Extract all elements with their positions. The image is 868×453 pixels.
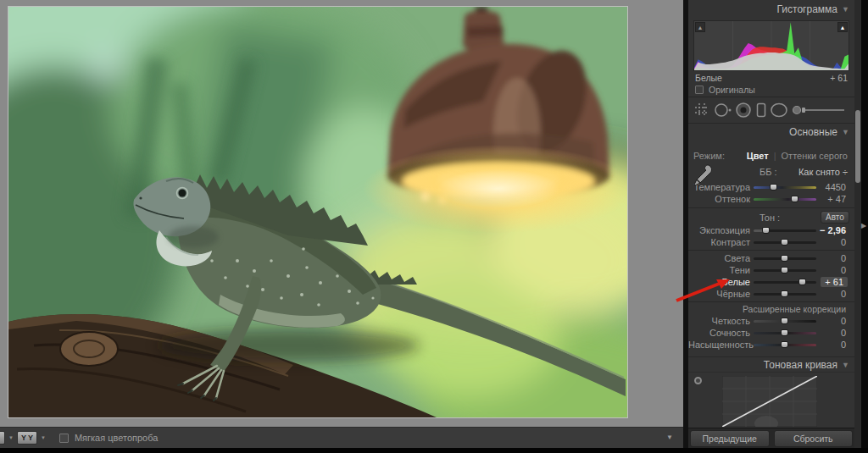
highlight-clipping-indicator[interactable]: ▲ — [837, 22, 848, 32]
wb-eyedropper-icon[interactable] — [692, 163, 714, 188]
wb-label: ББ : — [760, 167, 777, 177]
slider-row-saturation: Насыщенность 0 — [688, 339, 854, 351]
histogram-panel-header[interactable]: Гистограмма ▼ — [688, 0, 854, 19]
basic-panel-header[interactable]: Основные ▼ — [688, 124, 854, 141]
slider-row-contrast: Контраст 0 — [688, 236, 854, 248]
clarity-slider[interactable] — [754, 320, 816, 323]
originals-label: Оригиналы — [709, 85, 755, 95]
radial-filter-icon[interactable] — [770, 102, 788, 119]
slider-thumb[interactable] — [798, 279, 806, 285]
slider-row-whites: Белые + 61 — [688, 276, 854, 288]
wb-preset-dropdown[interactable]: Как снято ÷ — [798, 167, 848, 177]
slider-row-tint: Оттенок + 47 — [688, 193, 854, 205]
contrast-slider[interactable] — [754, 241, 816, 244]
slider-row-highlights: Света 0 — [688, 252, 854, 264]
vibrance-slider[interactable] — [754, 332, 816, 334]
tool-strip — [688, 97, 854, 124]
softproof-checkbox[interactable] — [59, 434, 69, 443]
slider-row-blacks: Чёрные 0 — [688, 288, 854, 300]
saturation-slider[interactable] — [754, 344, 816, 346]
presence-header: Расширенные коррекции — [688, 304, 854, 315]
crop-overlay-icon[interactable] — [693, 102, 710, 119]
panel-scrollbar[interactable] — [854, 0, 861, 448]
panel-collapse-arrow-icon[interactable]: ▶ — [861, 222, 866, 229]
highlights-slider[interactable] — [754, 257, 816, 260]
shadow-clipping-indicator[interactable]: ▲ — [695, 22, 705, 32]
white-balance-row: ББ : Как снято ÷ — [688, 164, 854, 181]
slider-thumb[interactable] — [770, 184, 777, 191]
chevron-down-icon[interactable]: ▼ — [41, 435, 46, 440]
treatment-row: Режим: Цвет | Оттенки серого — [688, 147, 854, 164]
auto-tone-button[interactable]: Авто — [821, 211, 849, 224]
slider-row-vibrance: Сочность 0 — [688, 327, 854, 339]
slider-thumb[interactable] — [781, 267, 788, 273]
lightroom-develop-window: ▼ YY ▼ Мягкая цветопроба ▼ Гистограмма ▼… — [0, 0, 868, 453]
treatment-color-option[interactable]: Цвет — [747, 151, 769, 161]
tone-curve-panel: ▴ — [688, 372, 854, 429]
histogram-adjust-value: + 61 — [830, 73, 848, 83]
slider-thumb[interactable] — [762, 227, 770, 234]
histogram-chart — [694, 21, 849, 70]
originals-checkbox[interactable] — [695, 86, 704, 94]
slider-thumb[interactable] — [781, 290, 788, 297]
photo-image — [8, 7, 627, 417]
spot-removal-icon[interactable] — [714, 102, 732, 119]
tone-row: Тон : Авто — [688, 212, 854, 224]
slider-row-shadows: Тени 0 — [688, 264, 854, 276]
panel-footer: Предыдущие Сбросить — [688, 428, 854, 448]
slider-thumb[interactable] — [781, 239, 788, 246]
histogram-channel-gray — [694, 52, 849, 70]
whites-slider[interactable] — [754, 281, 816, 284]
temperature-slider[interactable] — [754, 186, 816, 189]
chevron-down-icon[interactable]: ▼ — [8, 435, 14, 440]
tone-curve-graph[interactable] — [722, 376, 817, 427]
treatment-separator: | — [774, 151, 776, 161]
photo-iguana[interactable] — [8, 7, 627, 417]
loupe-view-button[interactable] — [0, 431, 5, 445]
photo-canvas-area: ▼ YY ▼ Мягкая цветопроба ▼ — [0, 0, 683, 448]
tone-label: Тон : — [760, 213, 780, 223]
graduated-filter-icon[interactable] — [755, 102, 767, 119]
slider-row-exposure: Экспозиция − 2,96 — [688, 224, 854, 236]
window-bottom-edge — [0, 448, 868, 453]
slider-thumb[interactable] — [781, 255, 788, 262]
group-divider — [688, 248, 854, 252]
shadows-slider[interactable] — [754, 269, 816, 272]
histogram-adjust-label: Белые — [695, 73, 722, 83]
previous-button[interactable]: Предыдущие — [690, 430, 770, 447]
toolbar-options-chevron-icon[interactable]: ▼ — [666, 434, 673, 441]
histogram[interactable]: ▲ ▲ — [693, 20, 849, 71]
tone-curve-title: Тоновая кривая — [764, 359, 837, 371]
collapse-triangle-icon[interactable]: ▼ — [842, 0, 849, 19]
scrollbar-thumb[interactable] — [855, 110, 860, 183]
slider-thumb[interactable] — [791, 196, 798, 202]
before-label: Y — [21, 434, 26, 442]
group-divider — [688, 300, 854, 304]
after-label: Y — [28, 434, 33, 442]
tone-curve-panel-header[interactable]: Тоновая кривая ▼ — [688, 356, 854, 372]
treatment-label: Режим: — [693, 151, 725, 161]
collapse-triangle-icon[interactable]: ▼ — [842, 357, 849, 373]
exposure-slider[interactable] — [754, 229, 816, 232]
slider-thumb[interactable] — [781, 329, 788, 336]
slider-row-clarity: Четкость 0 — [688, 315, 854, 327]
softproof-label: Мягкая цветопроба — [75, 433, 158, 443]
adjustment-brush-icon[interactable] — [792, 102, 846, 119]
basic-panel-title: Основные — [789, 126, 837, 138]
collapse-triangle-icon[interactable]: ▼ — [842, 124, 849, 141]
before-after-view-button[interactable]: YY — [17, 431, 37, 445]
red-eye-icon[interactable] — [735, 102, 752, 119]
blacks-slider[interactable] — [754, 293, 816, 296]
histogram-title: Гистограмма — [777, 3, 837, 15]
reset-button[interactable]: Сбросить — [774, 430, 854, 447]
tint-slider[interactable] — [754, 198, 816, 201]
slider-thumb[interactable] — [781, 318, 788, 324]
develop-right-panel: Гистограмма ▼ ▲ ▲ Белые + 61 Оригиналы — [688, 0, 854, 448]
targeted-adjustment-icon[interactable] — [694, 377, 702, 384]
slider-thumb[interactable] — [781, 341, 788, 348]
treatment-bw-option[interactable]: Оттенки серого — [782, 151, 848, 161]
view-toolbar: ▼ YY ▼ Мягкая цветопроба ▼ — [0, 427, 683, 448]
